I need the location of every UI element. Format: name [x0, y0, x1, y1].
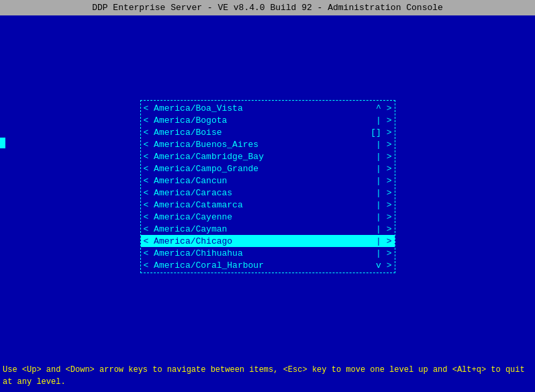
- list-item[interactable]: < America/Caracas| >: [141, 187, 395, 199]
- status-bar: Use <Up> and <Down> arrow keys to naviga…: [0, 360, 535, 392]
- title-text: DDP Enterprise Server - VE v8.4.0 Build …: [92, 3, 443, 13]
- list-item[interactable]: < America/Bogota| >: [141, 114, 395, 126]
- list-box[interactable]: < America/Boa_Vista^ >< America/Bogota| …: [140, 100, 395, 273]
- list-item-suffix: | >: [376, 212, 391, 222]
- list-item-suffix: | >: [376, 140, 391, 150]
- list-item[interactable]: < America/Cambridge_Bay| >: [141, 150, 395, 162]
- list-item-suffix: | >: [376, 200, 391, 210]
- list-item-suffix: | >: [376, 188, 391, 198]
- main-content: < America/Boa_Vista^ >< America/Bogota| …: [0, 22, 535, 351]
- list-item-suffix: ^ >: [376, 103, 391, 113]
- list-item[interactable]: < America/Cancun| >: [141, 175, 395, 187]
- list-item-suffix: [] >: [371, 128, 391, 138]
- list-item-label: < America/Cambridge_Bay: [144, 152, 377, 162]
- list-item[interactable]: < America/Chihuahua| >: [141, 247, 395, 259]
- list-item-label: < America/Chicago: [144, 236, 377, 246]
- list-item-label: < America/Catamarca: [144, 200, 377, 210]
- list-item[interactable]: < America/Coral_Harbourv >: [141, 259, 395, 271]
- list-item[interactable]: < America/Cayenne| >: [141, 211, 395, 223]
- list-item-label: < America/Bogota: [144, 115, 377, 126]
- list-item[interactable]: < America/Boa_Vista^ >: [141, 102, 395, 114]
- list-item-label: < America/Cancun: [144, 176, 377, 186]
- list-item-suffix: | >: [376, 176, 391, 186]
- list-item[interactable]: < America/Campo_Grande| >: [141, 162, 395, 175]
- list-item-label: < America/Campo_Grande: [144, 164, 377, 174]
- list-item[interactable]: < America/Catamarca| >: [141, 199, 395, 211]
- list-item-suffix: v >: [376, 260, 391, 271]
- list-item-label: < America/Coral_Harbour: [144, 260, 377, 271]
- list-item-label: < America/Boa_Vista: [144, 103, 377, 113]
- list-item-suffix: | >: [376, 164, 391, 174]
- list-item-label: < America/Boise: [144, 128, 371, 138]
- list-item-label: < America/Cayman: [144, 224, 377, 234]
- list-item-label: < America/Caracas: [144, 188, 377, 198]
- list-item-label: < America/Cayenne: [144, 212, 377, 222]
- list-item-suffix: | >: [376, 236, 391, 246]
- title-bar: DDP Enterprise Server - VE v8.4.0 Build …: [0, 0, 535, 15]
- cursor-block: [0, 138, 5, 148]
- list-item-suffix: | >: [376, 115, 391, 126]
- list-item[interactable]: < America/Chicago| >: [141, 235, 395, 247]
- list-item-suffix: | >: [376, 248, 391, 258]
- list-item-suffix: | >: [376, 152, 391, 162]
- list-item[interactable]: < America/Buenos_Aires| >: [141, 138, 395, 150]
- list-item[interactable]: < America/Cayman| >: [141, 223, 395, 235]
- list-item-label: < America/Chihuahua: [144, 248, 377, 258]
- list-item-suffix: | >: [376, 224, 391, 234]
- list-item-label: < America/Buenos_Aires: [144, 140, 377, 150]
- list-item[interactable]: < America/Boise[] >: [141, 126, 395, 138]
